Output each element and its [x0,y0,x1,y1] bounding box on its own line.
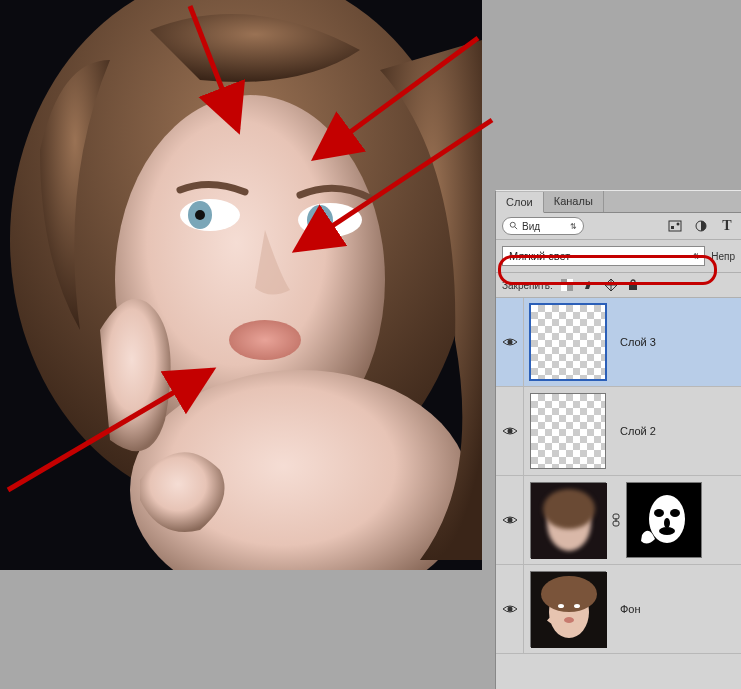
layer-row[interactable] [496,476,741,565]
svg-point-33 [654,509,664,517]
layer-filter-row: Вид ⇅ T [496,213,741,240]
svg-point-23 [507,429,512,434]
svg-point-6 [195,210,205,220]
svg-point-22 [507,340,512,345]
svg-point-43 [564,617,574,623]
svg-point-40 [541,576,597,612]
layer-name[interactable]: Слой 3 [612,336,656,348]
layer-mask-thumbnail[interactable] [626,482,702,558]
blend-mode-row: Мягкий свет ⇅ Непр [496,240,741,273]
document-image [0,0,482,570]
lock-label: Закрепить: [502,280,553,291]
layers-panel: Слои Каналы Вид ⇅ T Мягкий свет ⇅ Непр [495,190,741,689]
layer-thumbnail[interactable] [530,571,606,647]
dropdown-icon: ⇅ [570,222,577,231]
lock-paint-icon[interactable] [581,277,597,293]
lock-row: Закрепить: [496,273,741,298]
eye-icon [502,514,518,526]
svg-rect-18 [567,285,573,291]
layers-list: Слой 3 Слой 2 [496,298,741,689]
svg-point-41 [558,604,564,608]
layer-row[interactable]: Слой 2 [496,387,741,476]
lock-transparent-icon[interactable] [559,277,575,293]
tab-layers[interactable]: Слои [496,192,544,213]
svg-point-9 [315,215,325,225]
svg-point-36 [664,518,670,528]
visibility-toggle[interactable] [496,387,524,475]
layer-row[interactable]: Фон [496,565,741,654]
layer-thumbnail[interactable] [530,304,606,380]
eye-icon [502,425,518,437]
svg-rect-19 [567,279,573,285]
layer-filter-label: Вид [522,221,540,232]
svg-rect-20 [561,285,567,291]
svg-point-34 [670,509,680,517]
filter-pixel-icon[interactable] [667,218,683,234]
layer-name[interactable]: Слой 2 [612,425,656,437]
svg-rect-21 [629,284,637,290]
svg-point-24 [507,518,512,523]
svg-point-10 [229,320,301,360]
eye-icon [502,336,518,348]
blend-mode-select[interactable]: Мягкий свет ⇅ [502,246,705,266]
svg-rect-17 [561,279,567,285]
svg-point-35 [659,527,675,535]
dropdown-icon: ⇅ [693,252,700,261]
lock-position-icon[interactable] [603,277,619,293]
svg-point-37 [507,607,512,612]
svg-point-27 [543,489,595,529]
layer-filter-select[interactable]: Вид ⇅ [502,217,584,235]
svg-point-15 [677,223,680,226]
layer-thumbnail[interactable] [530,482,606,558]
tab-channels[interactable]: Каналы [544,191,604,212]
visibility-toggle[interactable] [496,298,524,386]
filter-adjustment-icon[interactable] [693,218,709,234]
layer-name[interactable]: Фон [612,603,641,615]
svg-rect-14 [671,226,674,229]
canvas[interactable] [0,0,482,570]
visibility-toggle[interactable] [496,476,524,564]
svg-line-12 [515,227,518,230]
visibility-toggle[interactable] [496,565,524,653]
link-icon[interactable] [610,513,622,527]
panel-tabs: Слои Каналы [496,191,741,213]
opacity-label-partial: Непр [711,251,735,262]
layer-row[interactable]: Слой 3 [496,298,741,387]
layer-thumbnail[interactable] [530,393,606,469]
svg-rect-13 [669,221,681,231]
eye-icon [502,603,518,615]
search-icon [509,221,519,231]
svg-point-42 [574,604,580,608]
filter-type-icon[interactable]: T [719,218,735,234]
lock-all-icon[interactable] [625,277,641,293]
svg-point-11 [510,222,515,227]
blend-mode-value: Мягкий свет [509,250,570,262]
